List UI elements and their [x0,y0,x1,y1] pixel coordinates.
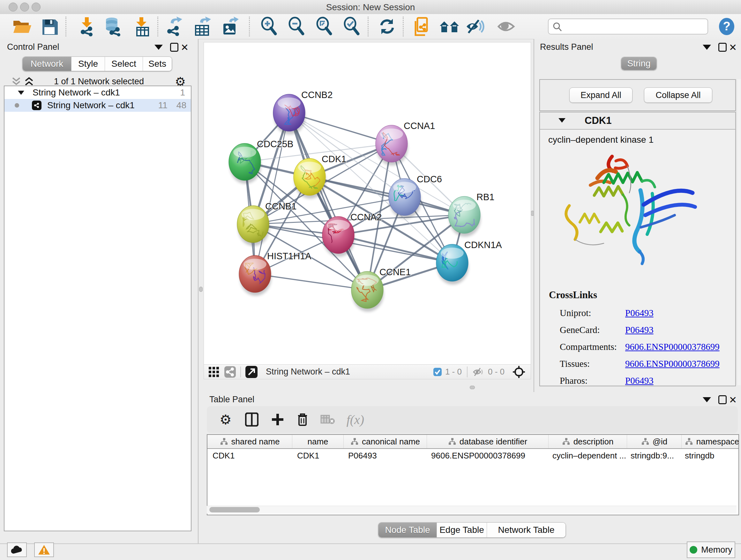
save-session-icon[interactable] [39,16,60,37]
network-collection-row[interactable]: String Network – cdk1 1 [4,86,191,99]
tab-style[interactable]: Style [71,57,105,71]
network-node-ccne1[interactable] [351,271,384,312]
tab-edge-table[interactable]: Edge Table [436,523,487,537]
collapse-all-button[interactable]: Collapse All [644,87,712,103]
node-table[interactable]: shared namenamecanonical namedatabase id… [207,434,739,515]
column-header-name[interactable]: name [292,435,344,448]
maximize-panel-icon[interactable] [718,395,727,404]
show-columns-icon[interactable] [245,413,259,427]
maximize-panel-icon[interactable] [170,43,179,52]
selected-nodes-checkbox-icon[interactable] [433,368,442,376]
add-column-icon[interactable] [271,413,284,426]
network-canvas[interactable]: CCNB2CCNA1CDC25BCDK1CDC6RB1CCNB1CCNA2CDK… [204,42,531,365]
table-cell[interactable]: 9606.ENSP00000378699 [426,449,547,462]
cloud-status-button[interactable] [7,543,27,557]
crosslink-link[interactable]: 9606.ENSP00000378699 [625,359,720,369]
delete-column-icon[interactable] [297,413,308,427]
maximize-panel-icon[interactable] [718,43,727,52]
table-cell[interactable]: CDK1 [292,449,343,462]
tab-sets[interactable]: Sets [143,57,172,71]
results-actions-box: Expand All Collapse All [539,79,736,111]
vertical-splitter-handle[interactable] [199,287,203,292]
expand-all-button[interactable]: Expand All [569,87,632,103]
import-network-database-icon[interactable] [103,16,124,37]
network-node-ccnb2[interactable] [273,94,306,134]
first-neighbors-icon[interactable] [439,16,460,37]
zoom-fit-icon[interactable] [313,16,334,37]
zoom-out-icon[interactable] [286,16,307,37]
network-node-cdc25b[interactable] [229,143,261,184]
table-hscrollbar[interactable] [207,506,737,514]
horizontal-splitter-handle[interactable] [470,386,475,389]
clone-network-icon[interactable] [412,16,433,37]
table-cell[interactable]: P06493 [343,449,426,462]
table-row[interactable]: CDK1CDK1P064939606.ENSP00000378699cyclin… [207,449,738,462]
table-hscrollbar-thumb[interactable] [209,507,260,512]
equation-fx-icon[interactable]: f(x) [347,412,364,427]
network-row[interactable]: String Network – cdk1 11 48 [4,99,191,112]
close-panel-icon[interactable]: ✕ [729,43,737,52]
network-node-rb1[interactable] [448,196,481,237]
zoom-in-icon[interactable] [258,16,279,37]
export-table-icon[interactable] [192,16,213,37]
zoom-selected-icon[interactable] [341,16,362,37]
crosslink-link[interactable]: P06493 [625,325,654,335]
tab-network-table[interactable]: Network Table [487,523,565,537]
graphics-details-icon[interactable] [496,16,517,37]
search-input[interactable] [565,20,704,33]
open-session-icon[interactable] [11,16,32,37]
warning-status-button[interactable] [34,543,54,557]
close-panel-icon[interactable]: ✕ [181,43,189,52]
column-header-shared-name[interactable]: shared name [207,435,292,448]
network-node-ccna1[interactable] [376,125,408,165]
memory-button[interactable]: Memory [687,542,735,558]
column-header--id[interactable]: @id [627,435,682,448]
column-header-database-identifier[interactable]: database identifier [427,435,549,448]
network-node-ccnb1[interactable] [237,206,269,246]
birdseye-crosshair-icon[interactable] [512,365,526,379]
crosslink-link[interactable]: P06493 [625,375,654,386]
float-panel-icon[interactable] [154,45,163,50]
table-cell[interactable]: stringdb [680,449,739,462]
tab-string[interactable]: String [621,57,657,70]
delete-table-icon[interactable] [320,414,335,425]
table-options-gear-icon[interactable]: ⚙ [219,412,232,428]
column-header-description[interactable]: description [549,435,627,448]
crosslink-link[interactable]: P06493 [625,308,654,318]
table-cell[interactable]: stringdb:9... [625,449,680,462]
search-field[interactable] [548,18,708,35]
tab-node-table[interactable]: Node Table [379,523,436,537]
grid-view-icon[interactable] [208,367,219,377]
float-panel-icon[interactable] [703,45,711,50]
network-node-cdc6[interactable] [389,179,421,219]
float-panel-icon[interactable] [703,397,711,402]
network-node-cdk1[interactable] [293,159,326,199]
tab-select[interactable]: Select [105,57,143,71]
export-network-icon[interactable] [164,16,185,37]
close-panel-icon[interactable]: ✕ [729,395,737,405]
column-header-namespace[interactable]: namespace [682,435,739,448]
network-view-icon[interactable] [224,366,236,378]
refresh-layout-icon[interactable] [377,16,398,37]
collapse-triangle-icon[interactable] [17,90,25,96]
collapse-gene-icon[interactable] [558,118,565,123]
column-header-canonical-name[interactable]: canonical name [344,435,427,448]
table-cell[interactable]: cyclin–dependent ... [547,449,625,462]
help-icon[interactable]: ? [716,16,737,37]
export-image-icon[interactable] [219,16,241,37]
network-node-cdkn1a[interactable] [436,244,468,285]
tab-network[interactable]: Network [23,57,71,71]
hide-selected-icon[interactable] [465,16,486,37]
network-edge-hist1h1a-ccne1[interactable] [255,274,367,290]
network-node-hist1h1a[interactable] [239,255,271,296]
network-list: String Network – cdk1 1 String Network –… [4,85,192,531]
detach-view-icon[interactable] [246,366,258,378]
network-edge-ccnb2-ccne1[interactable] [289,113,367,290]
results-scrollbar[interactable] [737,79,741,385]
import-network-icon[interactable] [76,16,97,37]
network-node-ccna2[interactable] [322,216,354,257]
table-cell[interactable]: CDK1 [207,449,292,462]
import-table-icon[interactable] [131,16,152,37]
crosslink-link[interactable]: 9606.ENSP00000378699 [625,341,720,352]
string-network-graph[interactable]: CCNB2CCNA1CDC25BCDK1CDC6RB1CCNB1CCNA2CDK… [204,43,531,364]
